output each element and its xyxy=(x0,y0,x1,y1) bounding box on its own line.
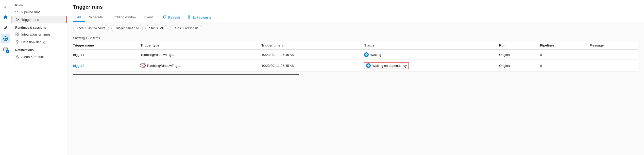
integration-runtimes-icon xyxy=(15,32,19,36)
trigger-name-cell-1: trigger1 xyxy=(73,50,141,60)
trigger-name-link-2[interactable]: trigger2 xyxy=(73,64,84,68)
trigger-runs-label: Trigger runs xyxy=(21,18,39,22)
trigger-time-cell-1: 10/23/20, 11:27:45 AM xyxy=(261,50,364,60)
status-highlighted-cell: Waiting on dependency xyxy=(364,62,409,69)
collapse-rail-button[interactable]: » xyxy=(1,2,10,11)
pipeline-runs-icon xyxy=(15,10,19,14)
trigger-type-cell-1: TumblingWindowTrig... xyxy=(141,50,262,60)
sidebar-item-trigger-runs[interactable]: Trigger runs xyxy=(11,16,67,23)
pipeline-runs-label: Pipeline runs xyxy=(21,10,40,14)
tab-schedule[interactable]: Schedule xyxy=(85,13,107,22)
run-col-header: Run xyxy=(499,41,540,50)
notifications-section-label: Notifications xyxy=(11,46,67,53)
filter-bar: Local : Last 24 hours Trigger name : All… xyxy=(67,22,644,34)
status-cell-2: Waiting on dependency xyxy=(364,60,499,72)
icon-rail: » 2 xyxy=(0,0,11,155)
svg-point-10 xyxy=(17,57,18,58)
alerts-metrics-label: Alerts & metrics xyxy=(21,55,44,59)
sort-icon: ↑↓ xyxy=(282,44,284,47)
author-rail-icon[interactable] xyxy=(1,23,10,33)
run-cell-2: Original xyxy=(499,60,540,72)
time-filter-chip[interactable]: Local : Last 24 hours xyxy=(73,25,109,31)
sidebar-item-pipeline-runs[interactable]: Pipeline runs xyxy=(11,8,67,16)
pipelines-col-header: Pipelines xyxy=(540,41,590,50)
cancel-icon xyxy=(141,63,145,68)
status-label-2: Waiting on dependency xyxy=(372,64,406,68)
tab-all[interactable]: All xyxy=(73,13,85,22)
pipelines-cell-2: 0 xyxy=(540,60,590,72)
scroll-indicator[interactable] xyxy=(73,74,299,75)
sidebar: Runs Pipeline runs Trigger runs Runtimes… xyxy=(11,0,67,155)
trigger-runs-icon xyxy=(15,18,19,22)
refresh-icon xyxy=(163,15,167,20)
table-row: trigger2 TumblingWindowTrig... 10/23/20,… xyxy=(73,60,638,72)
trigger-type-cell-2: TumblingWindowTrig... xyxy=(141,60,262,72)
trigger-type-value-2: TumblingWindowTrig... xyxy=(147,64,180,68)
run-cell-1: Original xyxy=(499,50,540,60)
edit-columns-icon xyxy=(187,15,191,20)
trigger-time-cell-2: 10/23/20, 11:27:45 AM xyxy=(261,60,364,72)
showing-label: Showing 1 - 2 items xyxy=(73,34,638,41)
status-col-header: Status xyxy=(364,41,499,50)
status-label-1: Waiting xyxy=(370,53,381,57)
status-filter-chip[interactable]: Status : All xyxy=(145,25,167,31)
trigger-name-cell-2[interactable]: trigger2 xyxy=(73,60,141,72)
svg-rect-6 xyxy=(16,33,17,34)
svg-rect-9 xyxy=(18,35,19,36)
waiting-status-icon-1 xyxy=(364,52,369,57)
trigger-name-filter-chip[interactable]: Trigger name : All xyxy=(111,25,143,31)
badge-count: 2 xyxy=(6,50,9,53)
refresh-button[interactable]: Refresh xyxy=(159,13,183,22)
integration-runtimes-label: Integration runtimes xyxy=(21,33,50,36)
main-content: Trigger runs All Schedule Tumbling windo… xyxy=(67,0,644,155)
table-area: Showing 1 - 2 items Trigger name Trigger… xyxy=(67,34,644,155)
refresh-label: Refresh xyxy=(168,16,180,19)
tab-bar: All Schedule Tumbling window Event Refre… xyxy=(73,13,638,22)
main-header: Trigger runs All Schedule Tumbling windo… xyxy=(67,0,644,22)
manage-rail-icon[interactable]: 2 xyxy=(1,45,10,54)
trigger-runs-table: Trigger name Trigger type Trigger time ↑… xyxy=(73,41,638,72)
home-rail-icon[interactable] xyxy=(1,13,10,22)
tab-tumbling-window[interactable]: Tumbling window xyxy=(107,13,140,22)
message-cell-2 xyxy=(590,60,638,72)
dataflow-debug-label: Data flow debug xyxy=(21,40,45,44)
svg-point-1 xyxy=(5,38,7,40)
svg-rect-3 xyxy=(15,11,17,12)
trigger-name-value-1: trigger1 xyxy=(73,53,84,57)
svg-rect-7 xyxy=(18,33,19,34)
svg-rect-8 xyxy=(16,35,17,36)
trigger-type-col-header: Trigger type xyxy=(141,41,262,50)
tab-divider xyxy=(158,15,158,20)
page-title: Trigger runs xyxy=(73,4,638,10)
edit-columns-label: Edit columns xyxy=(192,16,211,19)
trigger-time-col-header[interactable]: Trigger time ↑↓ xyxy=(261,41,364,50)
sidebar-item-alerts-metrics[interactable]: Alerts & metrics xyxy=(11,53,67,60)
tab-event[interactable]: Event xyxy=(140,13,157,22)
message-cell-1 xyxy=(590,50,638,60)
sidebar-item-integration-runtimes[interactable]: Integration runtimes xyxy=(11,30,67,38)
status-cell-1: Waiting xyxy=(364,50,499,60)
trigger-name-col-header: Trigger name xyxy=(73,41,141,50)
runs-filter-chip[interactable]: Runs : Latest runs xyxy=(170,25,202,31)
svg-rect-4 xyxy=(18,11,19,12)
edit-columns-button[interactable]: Edit columns xyxy=(183,13,215,22)
monitor-rail-icon[interactable] xyxy=(1,34,10,43)
waiting-dep-status-icon xyxy=(366,63,371,68)
sidebar-item-dataflow-debug[interactable]: Data flow debug xyxy=(11,38,67,46)
alerts-metrics-icon xyxy=(15,55,19,59)
runtimes-section-label: Runtimes & sessions xyxy=(11,23,67,30)
dataflow-debug-icon xyxy=(15,40,19,44)
message-col-header: Message xyxy=(590,41,638,50)
runs-section-label: Runs xyxy=(11,1,67,8)
table-row: trigger1 TumblingWindowTrig... 10/23/20,… xyxy=(73,50,638,60)
pipelines-cell-1: 0 xyxy=(540,50,590,60)
